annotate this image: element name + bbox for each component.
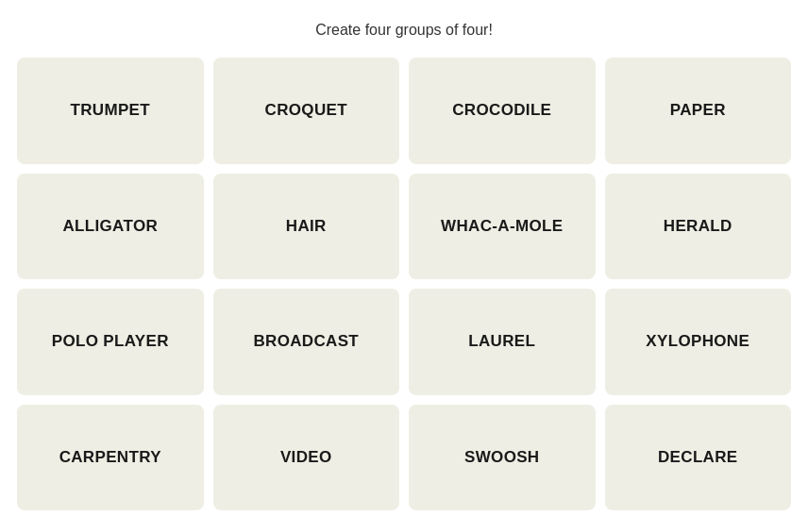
tile-label-whac-a-mole: WHAC-A-MOLE	[441, 217, 563, 236]
tile-whac-a-mole[interactable]: WHAC-A-MOLE	[409, 174, 596, 280]
tile-label-carpentry: CARPENTRY	[59, 448, 161, 467]
tile-laurel[interactable]: LAUREL	[409, 289, 596, 395]
tile-carpentry[interactable]: CARPENTRY	[17, 405, 204, 511]
tile-video[interactable]: VIDEO	[213, 405, 400, 511]
tile-label-herald: HERALD	[664, 217, 732, 236]
tile-broadcast[interactable]: BROADCAST	[213, 289, 400, 395]
tile-label-crocodile: CROCODILE	[452, 101, 551, 120]
tile-label-croquet: CROQUET	[265, 101, 347, 120]
tile-xylophone[interactable]: XYLOPHONE	[605, 289, 792, 395]
tile-label-xylophone: XYLOPHONE	[646, 332, 749, 351]
tile-declare[interactable]: DECLARE	[605, 405, 792, 511]
tile-paper[interactable]: PAPER	[605, 58, 792, 164]
subtitle: Create four groups of four!	[315, 22, 493, 39]
tile-label-declare: DECLARE	[658, 448, 738, 467]
tile-hair[interactable]: HAIR	[213, 174, 400, 280]
tile-label-polo-player: POLO PLAYER	[52, 332, 169, 351]
tile-label-trumpet: TRUMPET	[70, 101, 150, 120]
tile-herald[interactable]: HERALD	[605, 174, 792, 280]
tile-grid: TRUMPETCROQUETCROCODILEPAPERALLIGATORHAI…	[17, 58, 791, 510]
tile-crocodile[interactable]: CROCODILE	[409, 58, 596, 164]
tile-label-broadcast: BROADCAST	[253, 332, 359, 351]
tile-alligator[interactable]: ALLIGATOR	[17, 174, 204, 280]
tile-trumpet[interactable]: TRUMPET	[17, 58, 204, 164]
tile-label-paper: PAPER	[670, 101, 726, 120]
tile-label-video: VIDEO	[280, 448, 332, 467]
tile-label-alligator: ALLIGATOR	[62, 217, 158, 236]
tile-label-hair: HAIR	[286, 217, 327, 236]
tile-swoosh[interactable]: SWOOSH	[409, 405, 596, 511]
tile-label-swoosh: SWOOSH	[464, 448, 540, 467]
tile-croquet[interactable]: CROQUET	[213, 58, 400, 164]
tile-label-laurel: LAUREL	[468, 332, 535, 351]
tile-polo-player[interactable]: POLO PLAYER	[17, 289, 204, 395]
